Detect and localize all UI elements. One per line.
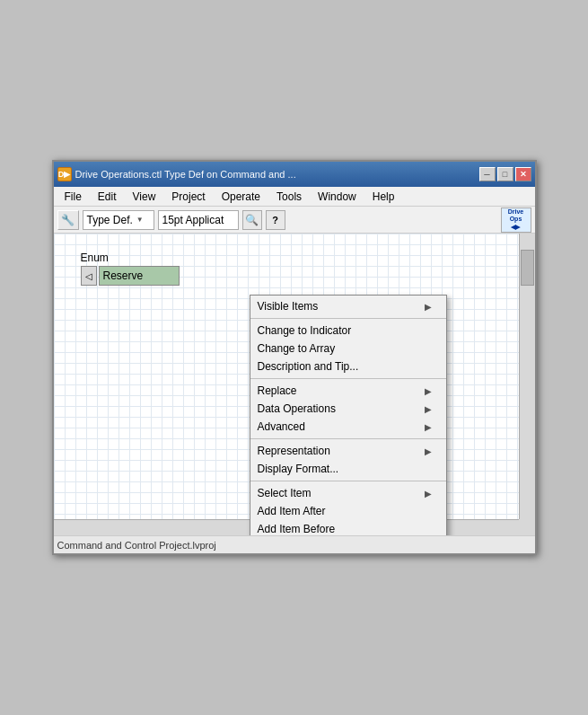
menu-tools[interactable]: Tools bbox=[269, 189, 309, 205]
submenu-arrow-icon: ▶ bbox=[425, 404, 432, 414]
context-menu-item-label: Representation bbox=[258, 445, 330, 457]
context-menu-item-add-item-after[interactable]: Add Item After bbox=[250, 502, 446, 520]
vertical-scrollbar-thumb[interactable] bbox=[521, 250, 534, 286]
context-menu-item-label: Add Item Before bbox=[258, 523, 336, 535]
font-select[interactable]: 15pt Applicat bbox=[158, 210, 239, 230]
context-menu-item-label: Display Format... bbox=[258, 463, 339, 475]
drive-ops-label: DriveOps◀▶ bbox=[508, 208, 524, 231]
context-menu-item-advanced[interactable]: Advanced▶ bbox=[250, 418, 446, 436]
menu-bar: File Edit View Project Operate Tools Win… bbox=[54, 187, 535, 207]
title-bar-left: D▶ Drive Operations.ctl Type Def on Comm… bbox=[57, 167, 296, 181]
context-menu-item-visible-items[interactable]: Visible Items▶ bbox=[250, 297, 446, 315]
menu-edit[interactable]: Edit bbox=[91, 189, 124, 205]
context-menu-item-add-item-before[interactable]: Add Item Before bbox=[250, 520, 446, 535]
enum-value-display: Reserve bbox=[99, 266, 180, 286]
search-icon: 🔍 bbox=[245, 214, 259, 226]
font-label: 15pt Applicat bbox=[162, 214, 224, 226]
context-menu-item-label: Select Item bbox=[258, 487, 312, 499]
window-title: Drive Operations.ctl Type Def on Command… bbox=[75, 169, 296, 180]
context-menu-item-select-item[interactable]: Select Item▶ bbox=[250, 484, 446, 502]
vertical-scrollbar[interactable] bbox=[519, 234, 535, 519]
question-icon: ? bbox=[272, 215, 278, 225]
context-menu-item-label: Advanced bbox=[258, 420, 305, 433]
context-menu-item-change-to-indicator[interactable]: Change to Indicator bbox=[250, 322, 446, 340]
context-menu-item-change-to-array[interactable]: Change to Array bbox=[250, 340, 446, 358]
submenu-arrow-icon: ▶ bbox=[425, 386, 432, 396]
wrench-icon: 🔧 bbox=[61, 214, 75, 226]
context-menu-item-label: Change to Indicator bbox=[258, 324, 352, 337]
context-menu-item-label: Data Operations bbox=[258, 402, 336, 415]
scrollbar-corner bbox=[519, 519, 535, 535]
menu-project[interactable]: Project bbox=[164, 189, 212, 205]
title-bar: D▶ Drive Operations.ctl Type Def on Comm… bbox=[54, 162, 535, 187]
context-menu-item-data-operations[interactable]: Data Operations▶ bbox=[250, 400, 446, 418]
title-buttons: ─ □ ✕ bbox=[479, 167, 531, 181]
status-text: Command and Control Project.lvproj bbox=[57, 540, 216, 551]
status-bar: Command and Control Project.lvproj bbox=[54, 535, 535, 553]
context-menu-separator bbox=[250, 481, 446, 481]
context-menu-separator bbox=[250, 318, 446, 319]
context-menu-item-label: Replace bbox=[258, 384, 297, 397]
canvas-area: Enum ◁ Reserve Visible Items▶Change to I… bbox=[54, 234, 535, 535]
submenu-arrow-icon: ▶ bbox=[425, 422, 432, 432]
context-menu-item-label: Visible Items bbox=[258, 300, 319, 313]
minimize-button[interactable]: ─ bbox=[479, 167, 496, 181]
menu-operate[interactable]: Operate bbox=[215, 189, 268, 205]
enum-label: Enum bbox=[81, 252, 180, 264]
help-button[interactable]: ? bbox=[266, 210, 285, 230]
context-menu-item-label: Description and Tip... bbox=[258, 360, 359, 373]
submenu-arrow-icon: ▶ bbox=[425, 446, 432, 456]
type-def-select[interactable]: Type Def. ▼ bbox=[83, 210, 154, 230]
menu-window[interactable]: Window bbox=[311, 189, 364, 205]
main-window: D▶ Drive Operations.ctl Type Def on Comm… bbox=[52, 160, 537, 555]
enum-control: ◁ Reserve bbox=[81, 266, 180, 286]
context-menu-item-description-tip[interactable]: Description and Tip... bbox=[250, 358, 446, 375]
menu-file[interactable]: File bbox=[57, 189, 89, 205]
submenu-arrow-icon: ▶ bbox=[425, 489, 432, 499]
wrench-button[interactable]: 🔧 bbox=[57, 210, 79, 230]
context-menu-item-representation[interactable]: Representation▶ bbox=[250, 442, 446, 460]
context-menu-item-label: Add Item After bbox=[258, 505, 326, 517]
search-button[interactable]: 🔍 bbox=[242, 210, 262, 230]
menu-help[interactable]: Help bbox=[365, 189, 402, 205]
enum-decrement-button[interactable]: ◁ bbox=[81, 266, 97, 286]
type-def-arrow: ▼ bbox=[136, 216, 144, 224]
context-menu: Visible Items▶Change to IndicatorChange … bbox=[250, 295, 447, 535]
window-icon: D▶ bbox=[57, 167, 72, 181]
enum-container: Enum ◁ Reserve bbox=[81, 252, 180, 286]
context-menu-item-replace[interactable]: Replace▶ bbox=[250, 382, 446, 400]
close-button[interactable]: ✕ bbox=[515, 167, 531, 181]
submenu-arrow-icon: ▶ bbox=[425, 302, 432, 312]
restore-button[interactable]: □ bbox=[497, 167, 513, 181]
context-menu-separator bbox=[250, 438, 446, 439]
drive-ops-button[interactable]: DriveOps◀▶ bbox=[501, 207, 531, 233]
context-menu-separator bbox=[250, 378, 446, 379]
toolbar: 🔧 Type Def. ▼ 15pt Applicat 🔍 ? DriveOps… bbox=[54, 207, 535, 234]
context-menu-item-display-format[interactable]: Display Format... bbox=[250, 460, 446, 478]
context-menu-item-label: Change to Array bbox=[258, 342, 336, 355]
menu-view[interactable]: View bbox=[126, 189, 163, 205]
type-def-label: Type Def. bbox=[87, 214, 133, 226]
